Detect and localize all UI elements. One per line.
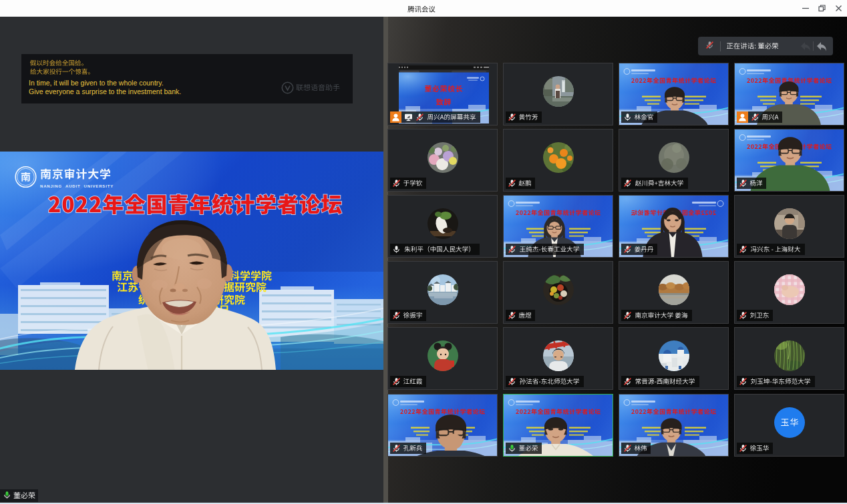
svg-text:NANJING AUDIT UNIVERSITY: NANJING AUDIT UNIVERSITY [40,184,114,188]
